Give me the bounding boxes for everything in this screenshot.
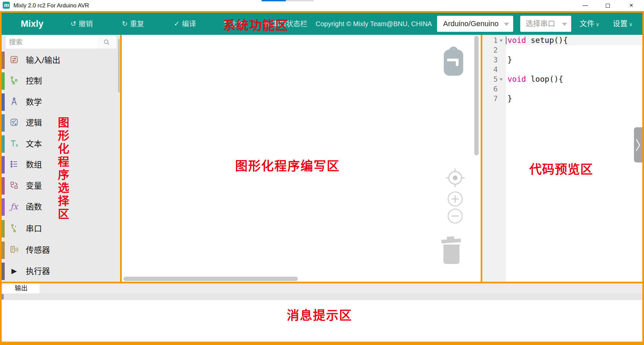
code-lines: 1 void setup(){ 2 3 } 4 [482, 36, 642, 104]
redo-button[interactable]: ↻重复 [122, 13, 144, 35]
chevron-down-icon [504, 23, 509, 26]
chevron-down-icon [562, 23, 567, 26]
category-stripe [2, 242, 5, 259]
mixly-brand[interactable]: Mixly [21, 13, 44, 35]
sidebar-item-io[interactable]: 输入/输出 [2, 50, 120, 71]
category-stripe [2, 52, 5, 69]
mixly-app-window: m Mixly 2.0 rc2 For Arduino AVR — × Mixl… [0, 0, 644, 345]
function-icon: ƒx [9, 202, 19, 212]
control-icon [9, 76, 19, 86]
file-menu[interactable]: 文件∨ [580, 13, 599, 35]
upload-button[interactable]: ↥上传 [222, 13, 245, 35]
trash-icon[interactable] [441, 234, 462, 267]
board-select-dropdown[interactable]: Arduino/Genuino [437, 16, 513, 32]
redo-icon: ↻ [122, 20, 128, 27]
code-line: 6 [482, 84, 642, 94]
block-workspace-canvas[interactable]: 图形化程序编写区 [122, 35, 481, 282]
sidebar-item-serial[interactable]: 串口 [2, 218, 120, 239]
sidebar-item-text[interactable]: 文本 [2, 134, 120, 154]
serial-status-button[interactable]: ◉串口状态栏 [264, 13, 307, 35]
sidebar-item-array[interactable]: 数组 [2, 154, 120, 175]
annotation-code-zone: 代码预览区 [529, 159, 593, 178]
check-icon: ✓ [174, 20, 180, 27]
target-icon [444, 167, 466, 189]
progress-bar-fill [262, 0, 286, 1]
window-title: Mixly 2.0 rc2 For Arduino AVR [13, 0, 89, 11]
text-icon [9, 139, 19, 149]
category-stripe [2, 156, 5, 174]
code-line: 4 [482, 65, 642, 74]
panel-collapse-tab[interactable] [634, 127, 642, 162]
actuator-icon: ▶ [9, 266, 19, 276]
category-stripe [2, 198, 5, 216]
category-stripe [2, 114, 5, 132]
code-line: 1 void setup(){ [482, 36, 642, 45]
annotated-frame: Mixly ↺撤销 ↻重复 ✓编译 ↥上传 ◉串口状态栏 Copyright ©… [0, 11, 644, 345]
output-tab[interactable]: 输出 [3, 283, 40, 293]
category-stripe [2, 135, 5, 153]
restore-button[interactable] [600, 0, 615, 11]
zoom-in-button[interactable] [447, 191, 463, 208]
variable-icon [9, 181, 19, 191]
serial-icon [9, 223, 19, 233]
code-line: 7 } [482, 94, 642, 104]
port-select-dropdown[interactable]: 选择串口 [520, 16, 571, 32]
sidebar-item-actuator[interactable]: ▶ 执行器 [2, 261, 120, 282]
close-button[interactable]: × [624, 0, 639, 11]
sensor-icon [9, 245, 19, 255]
close-icon: × [629, 2, 633, 9]
category-stripe [2, 177, 5, 195]
code-line: 2 [482, 45, 642, 55]
undo-button[interactable]: ↺撤销 [70, 13, 93, 35]
plus-icon [447, 191, 463, 207]
code-line: 5 void loop(){ [482, 74, 642, 84]
chevron-right-icon [635, 137, 641, 153]
annotation-message-zone: 消息提示区 [287, 305, 352, 324]
restore-icon [606, 4, 610, 8]
block-category-sidebar: 输入/输出 控制 数学 [2, 35, 120, 282]
settings-menu[interactable]: 设置∨ [613, 13, 633, 35]
canvas-horizontal-scrollbar[interactable] [123, 277, 298, 281]
zoom-out-button[interactable] [447, 208, 463, 225]
undo-icon: ↺ [70, 20, 76, 27]
chevron-down-icon: ∨ [596, 21, 599, 27]
annotation-canvas-zone: 图形化程序编写区 [235, 156, 340, 174]
chevron-down-icon: ∨ [629, 21, 633, 27]
io-icon [9, 55, 19, 65]
category-stripe [2, 93, 5, 111]
toolbar: Mixly ↺撤销 ↻重复 ✓编译 ↥上传 ◉串口状态栏 Copyright ©… [2, 13, 642, 35]
copyright-text: Copyright © Mixly Team@BNU, CHINA [316, 13, 432, 35]
minimize-icon: — [583, 2, 588, 8]
fold-arrow-icon[interactable] [499, 40, 503, 42]
sidebar-item-math[interactable]: 数学 [2, 92, 120, 113]
category-stripe [2, 72, 5, 90]
code-preview-panel: 1 void setup(){ 2 3 } 4 [482, 35, 642, 282]
search-button[interactable] [97, 36, 116, 49]
text-caret [506, 37, 506, 44]
minimize-button[interactable]: — [578, 0, 593, 11]
sidebar-item-control[interactable]: 控制 [2, 71, 120, 91]
minus-icon [447, 208, 463, 224]
search-icon [103, 39, 110, 46]
sidebar-item-logic[interactable]: 逻辑 [2, 113, 120, 133]
backpack-icon[interactable] [443, 44, 464, 77]
code-line: 3 } [482, 55, 642, 65]
search-input[interactable] [6, 36, 98, 49]
compile-button[interactable]: ✓编译 [174, 13, 196, 35]
title-bar: m Mixly 2.0 rc2 For Arduino AVR — × [0, 0, 644, 11]
serial-status-icon: ◉ [264, 20, 270, 27]
math-icon [9, 97, 19, 107]
progress-bar-track [286, 0, 314, 1]
message-tab-bar [2, 283, 642, 293]
sidebar-item-sensor[interactable]: 传感器 [2, 240, 120, 261]
message-scroll-track [2, 293, 642, 300]
fold-arrow-icon[interactable] [499, 78, 503, 81]
logic-icon [9, 118, 19, 128]
mixly-logo-icon: m [3, 2, 10, 9]
canvas-vertical-scrollbar[interactable] [474, 36, 479, 155]
array-icon [9, 159, 19, 169]
sidebar-item-variable[interactable]: 变量 [2, 176, 120, 196]
zoom-reset-button[interactable] [444, 167, 466, 190]
sidebar-item-function[interactable]: ƒx 函数 [2, 197, 120, 217]
message-scroll-thumb[interactable] [2, 294, 4, 299]
